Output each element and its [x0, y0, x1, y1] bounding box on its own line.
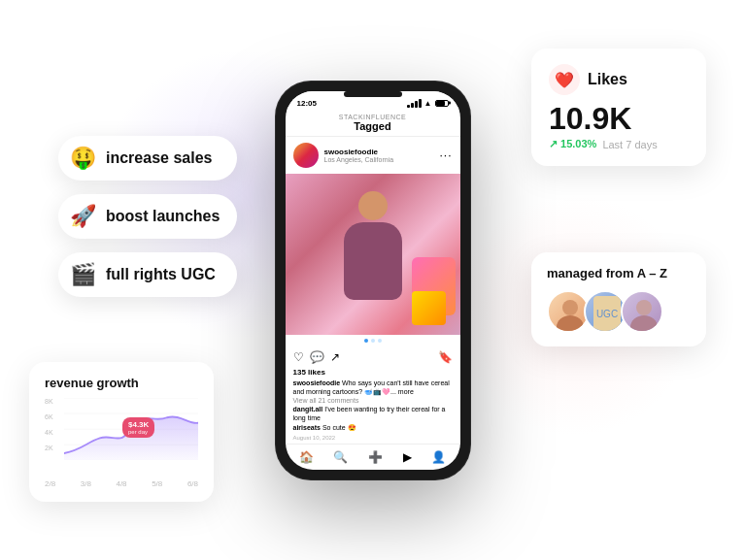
commenter-2-text: So cute 😍	[322, 424, 356, 431]
x-label-1: 2/8	[45, 479, 55, 488]
user-location: Los Angeles, California	[324, 156, 394, 163]
x-label-3: 4/8	[116, 479, 126, 488]
ig-page-title: Tagged	[295, 120, 451, 132]
svg-point-4	[636, 300, 652, 315]
managed-avatars: UGC	[547, 290, 691, 333]
dot-2	[371, 339, 375, 343]
more-options-icon[interactable]: ···	[439, 148, 452, 162]
phone-mockup: 12:05 ▲ STACKINFLUENCE Ta	[276, 82, 470, 479]
svg-text:UGC: UGC	[596, 309, 618, 319]
pill-text-1: increase sales	[106, 149, 212, 167]
dot-3	[378, 339, 382, 343]
pill-boost-launches: 🚀 boost launches	[58, 194, 237, 239]
likes-card-header: ❤️ Likes	[549, 64, 689, 95]
reels-nav-icon[interactable]: ▶	[403, 450, 412, 464]
likes-count: 135 likes	[293, 368, 453, 377]
svg-point-0	[562, 300, 578, 315]
user-row: swoosiefoodie Los Angeles, California ··…	[286, 137, 460, 174]
y-labels: 8K 6K 4K 2K	[45, 398, 53, 460]
x-label-2: 3/8	[81, 479, 91, 488]
chart-x-labels: 2/8 3/8 4/8 5/8 6/8	[45, 479, 198, 488]
price-bubble: $4.3K per day	[122, 417, 154, 438]
clapper-emoji: 🎬	[70, 262, 96, 287]
bookmark-icon[interactable]: 🔖	[438, 350, 453, 364]
phone-notch	[344, 91, 402, 97]
share-icon[interactable]: ↗	[330, 350, 340, 364]
pill-text-3: full rights UGC	[106, 266, 216, 283]
chart-area: 8K 6K 4K 2K $4.3K per day	[45, 398, 198, 476]
dot-1	[364, 339, 368, 343]
view-comments-link[interactable]: View all 21 comments	[293, 397, 453, 404]
likes-card: ❤️ Likes 10.9K ↗ 15.03% Last 7 days	[531, 49, 706, 166]
feature-pills: 🤑 increase sales 🚀 boost launches 🎬 full…	[58, 136, 237, 297]
heart-circle: ❤️	[549, 64, 580, 95]
phone-screen: 12:05 ▲ STACKINFLUENCE Ta	[286, 91, 460, 470]
commenter-1-name: dangit.all	[293, 406, 323, 412]
managed-avatar-3	[621, 290, 663, 333]
pill-increase-sales: 🤑 increase sales	[58, 136, 237, 181]
post-meta: 135 likes swoosiefoodie Who says you can…	[286, 368, 460, 443]
profile-nav-icon[interactable]: 👤	[431, 450, 446, 464]
battery-icon	[435, 100, 449, 107]
pill-text-2: boost launches	[106, 208, 220, 225]
svg-point-5	[630, 315, 658, 333]
left-actions: ♡ 💬 ↗	[293, 350, 340, 364]
x-label-5: 6/8	[187, 479, 198, 488]
y-label-4k: 4K	[45, 429, 53, 436]
post-dots	[286, 335, 460, 346]
wifi-icon: ▲	[424, 99, 432, 108]
pill-ugc: 🎬 full rights UGC	[58, 252, 237, 297]
ig-brand: STACKINFLUENCE	[295, 114, 451, 120]
phone-nav: 🏠 🔍 ➕ ▶ 👤	[286, 444, 460, 470]
comment-1: dangit.all I've been wanting to try thei…	[293, 405, 453, 422]
heart-icon[interactable]: ♡	[293, 350, 304, 364]
add-nav-icon[interactable]: ➕	[368, 450, 383, 464]
likes-meta: ↗ 15.03% Last 7 days	[549, 138, 689, 150]
revenue-card: revenue growth 8K 6K 4K 2K	[29, 362, 214, 502]
y-label-2k: 2K	[45, 445, 53, 451]
caption-username: swoosiefoodie	[293, 379, 341, 386]
revenue-title: revenue growth	[45, 376, 198, 390]
phone-frame: 12:05 ▲ STACKINFLUENCE Ta	[276, 82, 470, 479]
likes-change: ↗ 15.03%	[549, 138, 596, 150]
ig-header: STACKINFLUENCE Tagged	[286, 112, 460, 137]
post-date: August 10, 2022	[293, 435, 453, 441]
likes-label: Likes	[588, 71, 627, 88]
comment-icon[interactable]: 💬	[310, 350, 324, 364]
post-actions: ♡ 💬 ↗ 🔖	[286, 346, 460, 368]
post-caption: swoosiefoodie Who says you can't still h…	[293, 379, 453, 396]
svg-point-1	[557, 315, 584, 333]
y-label-6k: 6K	[45, 413, 53, 420]
price-sub: per day	[128, 429, 149, 435]
status-time: 12:05	[297, 99, 317, 108]
comment-2: airiseats So cute 😍	[293, 423, 453, 432]
search-nav-icon[interactable]: 🔍	[333, 450, 348, 464]
username: swoosiefoodie	[324, 148, 394, 156]
x-label-4: 5/8	[152, 479, 162, 488]
person-silhouette	[334, 191, 412, 317]
managed-title: managed from A – Z	[547, 266, 691, 280]
money-emoji: 🤑	[70, 146, 96, 171]
rocket-emoji: 🚀	[70, 204, 96, 229]
likes-number: 10.9K	[549, 103, 689, 134]
home-nav-icon[interactable]: 🏠	[299, 450, 314, 464]
status-icons: ▲	[407, 99, 449, 108]
managed-card: managed from A – Z UGC	[531, 252, 706, 346]
likes-period: Last 7 days	[602, 139, 657, 150]
product-box-yellow	[412, 291, 446, 325]
post-image	[286, 174, 460, 336]
user-info: swoosiefoodie Los Angeles, California	[324, 148, 394, 163]
commenter-2-name: airiseats	[293, 424, 321, 431]
y-label-8k: 8K	[45, 398, 53, 405]
user-avatar	[293, 143, 319, 168]
price-value: $4.3K	[128, 420, 149, 429]
